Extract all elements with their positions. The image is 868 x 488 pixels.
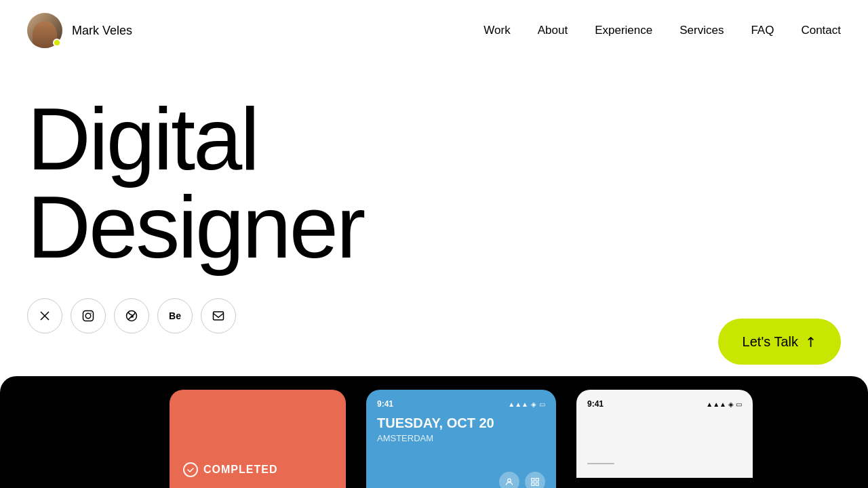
cta-arrow-icon: ↗ [801,332,821,352]
svg-rect-8 [532,483,534,485]
svg-point-5 [508,479,511,482]
person-icon [505,477,514,487]
phone3-wifi-icon: ◈ [728,401,734,408]
phone3-time: 9:41 [587,399,604,409]
nav-links: Work About Experience Services FAQ Conta… [484,24,841,37]
instagram-icon-button[interactable] [71,298,106,333]
phone2-person-icon [499,472,519,488]
email-icon [212,310,224,322]
dribbble-icon-button[interactable] [114,298,149,333]
svg-rect-4 [214,312,224,320]
hero-title: Digital Designer [27,95,841,271]
nav-link-experience[interactable]: Experience [595,24,652,37]
email-icon-button[interactable] [201,298,236,333]
showcase-section: COMPLETED 9:41 ▲▲▲ ◈ ▭ TUESDAY, OCT 20 A… [0,376,868,488]
phone2-date: TUESDAY, OCT 20 [377,415,545,430]
grid-icon [530,477,540,487]
twitter-icon-button[interactable] [27,298,62,333]
phone3-status-bar: 9:41 ▲▲▲ ◈ ▭ [587,399,742,409]
signal-icon: ▲▲▲ [508,401,528,408]
wifi-icon: ◈ [531,401,536,408]
checkmark-icon [186,466,195,474]
nav-link-contact[interactable]: Contact [801,24,841,37]
phone-card-1: COMPLETED [170,390,346,488]
cta-button[interactable]: Let's Talk ↗ [718,319,841,365]
behance-icon-button[interactable]: Be [157,298,193,333]
svg-rect-6 [532,479,534,481]
nav-brand[interactable]: Mark Veles [27,13,132,48]
completed-row: COMPLETED [183,462,277,477]
nav-link-work[interactable]: Work [484,24,510,37]
phone3-battery-icon: ▭ [736,401,742,408]
phone2-bottom-icons [377,472,545,488]
hero-section: Digital Designer Be [0,61,868,333]
nav-link-about[interactable]: About [538,24,568,37]
instagram-icon [82,310,94,322]
twitter-icon [39,310,51,322]
svg-rect-0 [83,311,94,321]
brand-name: Mark Veles [72,24,132,38]
hero-title-line1: Digital [27,89,258,188]
phone2-time: 9:41 [377,399,393,409]
svg-rect-9 [536,483,538,485]
dribbble-icon [125,310,138,322]
phone3-status-icons: ▲▲▲ ◈ ▭ [706,401,742,408]
cta-section: Let's Talk ↗ [718,319,841,365]
nav-link-services[interactable]: Services [679,24,724,37]
hero-title-line2: Designer [27,178,363,277]
avatar [27,13,62,48]
cta-label: Let's Talk [743,334,798,350]
phone2-status-bar: 9:41 ▲▲▲ ◈ ▭ [377,399,545,409]
phone2-city: AMSTERDAM [377,433,545,443]
nav-link-faq[interactable]: FAQ [751,24,774,37]
svg-point-2 [90,312,92,314]
phone3-content [587,409,742,468]
phone2-status-icons: ▲▲▲ ◈ ▭ [508,401,545,408]
phone-card-2: 9:41 ▲▲▲ ◈ ▭ TUESDAY, OCT 20 AMSTERDAM [366,390,556,488]
svg-point-1 [85,313,91,319]
battery-icon: ▭ [539,401,545,408]
avatar-online-dot [53,39,61,47]
phone-card-3: 9:41 ▲▲▲ ◈ ▭ [576,390,753,478]
phone3-signal-icon: ▲▲▲ [706,401,726,408]
phone3-line-decoration [587,463,614,464]
completed-label: COMPLETED [203,464,277,476]
phone2-grid-icon [525,472,545,488]
check-circle-icon [183,462,198,477]
behance-icon: Be [169,310,181,321]
svg-rect-7 [536,479,538,481]
navbar: Mark Veles Work About Experience Service… [0,0,868,61]
